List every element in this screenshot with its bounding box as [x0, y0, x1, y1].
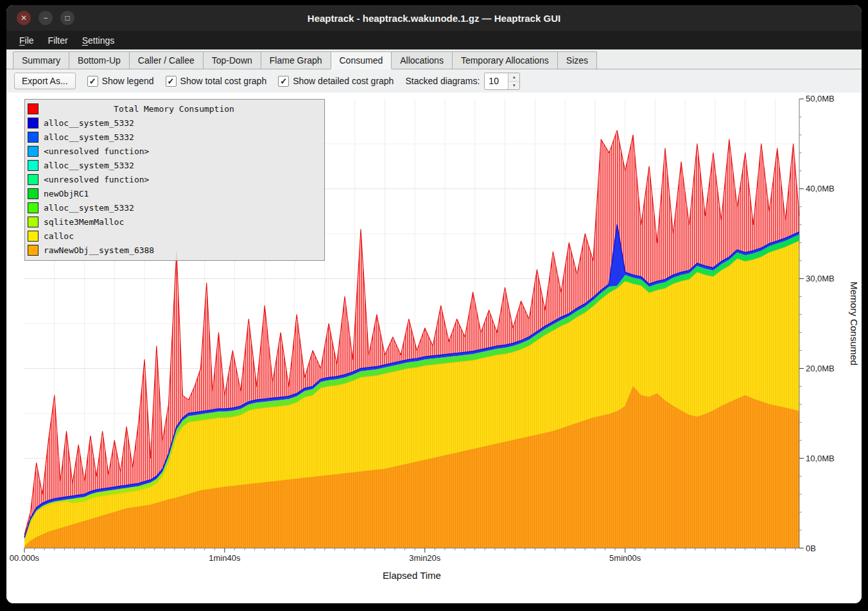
stacked-diagrams-value[interactable]: 10 [485, 73, 508, 89]
legend-swatch [28, 231, 39, 242]
legend-item: alloc__system_5332 [28, 116, 320, 130]
legend-label: alloc__system_5332 [44, 118, 134, 128]
tab-summary[interactable]: Summary [13, 51, 69, 69]
tab-flame-graph[interactable]: Flame Graph [261, 51, 331, 69]
legend-label: <unresolved function> [44, 175, 149, 184]
legend-item: sqlite3MemMalloc [28, 215, 320, 229]
legend-item: <unresolved function> [28, 172, 320, 186]
checkbox-show-total-cost-graph[interactable]: ✓Show total cost graph [166, 76, 267, 87]
stacked-diagrams-spinbox[interactable]: 10 ▴ ▾ [484, 73, 520, 90]
legend-swatch [28, 174, 39, 185]
y-axis-title: Memory Consumed [849, 281, 860, 366]
tab-top-down[interactable]: Top-Down [203, 51, 261, 69]
legend-swatch [28, 160, 39, 171]
checkbox-label: Show detailed cost graph [293, 76, 394, 86]
legend-item: newObjRC1 [28, 186, 320, 200]
toolbar: Export As... ✓Show legend✓Show total cos… [6, 69, 862, 93]
legend-label: alloc__system_5332 [44, 203, 134, 213]
chart-legend: Total Memory Consumptionalloc__system_53… [24, 99, 325, 261]
legend-swatch [28, 146, 39, 157]
checkbox-label: Show legend [102, 76, 154, 86]
y-tick-label: 20,0MB [806, 364, 835, 373]
legend-label: alloc__system_5332 [44, 132, 134, 142]
menu-file[interactable]: File [13, 33, 40, 48]
checkbox-box: ✓ [166, 76, 177, 87]
tab-sizes[interactable]: Sizes [557, 51, 597, 69]
y-tick-label: 50,0MB [806, 94, 835, 103]
legend-swatch [28, 245, 39, 256]
legend-swatch [28, 103, 39, 114]
toolbar-checkboxes: ✓Show legend✓Show total cost graph✓Show … [87, 76, 394, 87]
tab-bar: SummaryBottom-UpCaller / CalleeTop-DownF… [6, 49, 862, 69]
legend-swatch [28, 132, 39, 143]
checkbox-show-detailed-cost-graph[interactable]: ✓Show detailed cost graph [278, 76, 394, 87]
checkbox-label: Show total cost graph [180, 76, 267, 86]
checkbox-show-legend[interactable]: ✓Show legend [87, 76, 154, 87]
legend-label: rawNewObj__system_6388 [44, 245, 154, 255]
legend-swatch [28, 188, 39, 199]
y-tick-label: 30,0MB [806, 274, 835, 283]
screenshot-root: { "window": { "title": "Heaptrack - heap… [0, 0, 868, 611]
spinner-buttons: ▴ ▾ [508, 73, 519, 89]
legend-label: calloc [44, 231, 74, 241]
spin-up-button[interactable]: ▴ [508, 73, 519, 82]
tab-temporary-allocations[interactable]: Temporary Allocations [452, 51, 558, 69]
tab-consumed[interactable]: Consumed [331, 51, 392, 69]
legend-swatch [28, 202, 39, 213]
x-tick-label: 1min40s [209, 553, 241, 563]
legend-title: Total Memory Consumption [44, 104, 320, 114]
legend-label: sqlite3MemMalloc [44, 217, 124, 227]
legend-item: rawNewObj__system_6388 [28, 243, 320, 257]
maximize-button[interactable]: □ [60, 11, 74, 25]
tab-bottom-up[interactable]: Bottom-Up [69, 51, 130, 69]
x-tick-label: 3min20s [409, 553, 441, 563]
y-tick-label: 40,0MB [806, 184, 835, 193]
x-axis-title: Elapsed Time [383, 570, 441, 581]
menu-filter[interactable]: Filter [42, 33, 74, 48]
menu-settings[interactable]: Settings [76, 33, 121, 48]
y-tick-label: 10,0MB [806, 454, 835, 463]
chart-area: 00.000s1min40s3min20s5min00s0B10,0MB20,0… [6, 93, 862, 603]
tab-caller-callee[interactable]: Caller / Callee [129, 51, 204, 69]
checkbox-box: ✓ [87, 76, 98, 87]
legend-label: <unresolved function> [44, 146, 149, 156]
title-bar: ✕−□ Heaptrack - heaptrack.wakunode.1.gz … [6, 5, 862, 31]
x-tick-label: 5min00s [609, 553, 641, 563]
legend-swatch [28, 217, 39, 227]
legend-item: <unresolved function> [28, 144, 320, 158]
legend-item: alloc__system_5332 [28, 130, 320, 144]
window-controls: ✕−□ [17, 5, 74, 31]
window-title: Heaptrack - heaptrack.wakunode.1.gz — He… [308, 13, 560, 24]
menu-bar: FileFilterSettings [6, 31, 862, 49]
app-window: ✕−□ Heaptrack - heaptrack.wakunode.1.gz … [6, 5, 862, 603]
legend-label: newObjRC1 [44, 189, 89, 199]
x-tick-label: 00.000s [10, 553, 40, 563]
legend-item: alloc__system_5332 [28, 158, 320, 172]
tab-allocations[interactable]: Allocations [391, 51, 453, 69]
legend-swatch [28, 118, 39, 128]
stacked-diagrams-label: Stacked diagrams: [405, 76, 480, 86]
legend-title-row: Total Memory Consumption [28, 102, 320, 116]
minimize-button[interactable]: − [39, 11, 53, 25]
y-tick-label: 0B [806, 544, 816, 553]
legend-item: alloc__system_5332 [28, 200, 320, 215]
stacked-diagrams-group: Stacked diagrams: 10 ▴ ▾ [405, 73, 520, 90]
legend-label: alloc__system_5332 [44, 161, 134, 170]
legend-item: calloc [28, 229, 320, 243]
export-as-button[interactable]: Export As... [14, 73, 76, 89]
checkbox-box: ✓ [278, 76, 289, 87]
spin-down-button[interactable]: ▾ [508, 82, 519, 89]
close-button[interactable]: ✕ [17, 11, 31, 25]
